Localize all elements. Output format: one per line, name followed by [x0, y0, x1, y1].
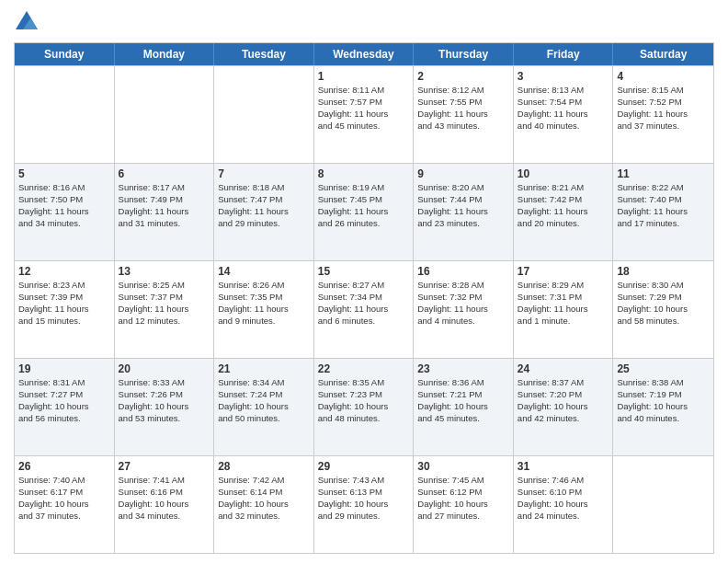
day-info: Sunset: 7:37 PM — [119, 292, 210, 304]
day-info: and 42 minutes. — [518, 413, 609, 425]
day-info: Sunrise: 8:28 AM — [417, 280, 509, 292]
day-info: Sunrise: 8:18 AM — [218, 182, 310, 194]
day-info: Daylight: 11 hours — [318, 206, 410, 218]
day-info: Sunrise: 8:11 AM — [318, 85, 410, 97]
calendar-cell: 5Sunrise: 8:16 AMSunset: 7:50 PMDaylight… — [15, 164, 115, 260]
day-info: and 12 minutes. — [119, 316, 210, 327]
day-info: Daylight: 10 hours — [18, 401, 110, 413]
calendar-cell: 23Sunrise: 8:36 AMSunset: 7:21 PMDayligh… — [414, 359, 514, 455]
day-info: Sunrise: 7:40 AM — [18, 475, 110, 487]
header-cell-friday: Friday — [514, 43, 614, 65]
calendar-cell: 21Sunrise: 8:34 AMSunset: 7:24 PMDayligh… — [214, 359, 314, 455]
calendar-cell: 15Sunrise: 8:27 AMSunset: 7:34 PMDayligh… — [314, 261, 415, 358]
day-info: Sunrise: 8:29 AM — [518, 280, 609, 292]
day-info: Sunrise: 8:17 AM — [119, 182, 210, 194]
day-number: 6 — [119, 167, 210, 181]
day-info: and 31 minutes. — [119, 218, 210, 230]
calendar-cell: 17Sunrise: 8:29 AMSunset: 7:31 PMDayligh… — [514, 261, 614, 358]
day-info: Sunset: 7:45 PM — [318, 194, 410, 206]
day-info: Sunrise: 8:35 AM — [318, 377, 410, 389]
calendar-cell: 3Sunrise: 8:13 AMSunset: 7:54 PMDaylight… — [514, 66, 614, 163]
calendar-cell — [214, 66, 314, 163]
day-number: 24 — [518, 362, 609, 376]
day-info: and 17 minutes. — [617, 218, 710, 230]
calendar-row: 19Sunrise: 8:31 AMSunset: 7:27 PMDayligh… — [15, 358, 713, 455]
calendar-cell: 26Sunrise: 7:40 AMSunset: 6:17 PMDayligh… — [15, 456, 115, 553]
day-info: Sunrise: 8:13 AM — [518, 85, 609, 97]
day-info: Daylight: 10 hours — [518, 499, 609, 511]
calendar-cell: 7Sunrise: 8:18 AMSunset: 7:47 PMDaylight… — [214, 164, 314, 260]
day-info: Daylight: 10 hours — [518, 401, 609, 413]
day-info: Daylight: 11 hours — [318, 109, 410, 121]
day-info: Sunset: 7:23 PM — [318, 389, 410, 401]
header — [14, 9, 714, 35]
day-info: and 15 minutes. — [18, 316, 110, 327]
day-number: 22 — [318, 362, 410, 376]
day-info: Daylight: 11 hours — [119, 206, 210, 218]
calendar-cell: 31Sunrise: 7:46 AMSunset: 6:10 PMDayligh… — [514, 456, 614, 553]
day-info: Sunset: 6:13 PM — [318, 487, 410, 499]
calendar-row: 12Sunrise: 8:23 AMSunset: 7:39 PMDayligh… — [15, 260, 713, 358]
day-info: Daylight: 11 hours — [617, 109, 710, 121]
day-info: and 40 minutes. — [518, 121, 609, 132]
day-info: Sunset: 7:35 PM — [218, 292, 310, 304]
day-info: Sunrise: 8:19 AM — [318, 182, 410, 194]
day-number: 9 — [417, 167, 509, 181]
day-info: Daylight: 11 hours — [518, 109, 609, 121]
day-info: and 34 minutes. — [18, 218, 110, 230]
day-number: 14 — [218, 264, 310, 279]
day-number: 20 — [119, 362, 210, 376]
day-number: 27 — [119, 459, 210, 474]
calendar-cell: 16Sunrise: 8:28 AMSunset: 7:32 PMDayligh… — [414, 261, 514, 358]
day-info: Daylight: 11 hours — [18, 206, 110, 218]
day-info: Sunrise: 8:37 AM — [518, 377, 609, 389]
day-info: Sunrise: 8:36 AM — [417, 377, 509, 389]
day-number: 29 — [318, 459, 410, 474]
day-info: Sunrise: 8:12 AM — [417, 85, 509, 97]
calendar-cell: 2Sunrise: 8:12 AMSunset: 7:55 PMDaylight… — [414, 66, 514, 163]
logo-icon — [14, 9, 40, 35]
calendar-cell: 14Sunrise: 8:26 AMSunset: 7:35 PMDayligh… — [214, 261, 314, 358]
calendar-cell: 29Sunrise: 7:43 AMSunset: 6:13 PMDayligh… — [314, 456, 415, 553]
day-info: Sunrise: 8:27 AM — [318, 280, 410, 292]
day-info: Sunset: 7:57 PM — [318, 97, 410, 109]
day-info: Daylight: 10 hours — [318, 401, 410, 413]
calendar: SundayMondayTuesdayWednesdayThursdayFrid… — [14, 42, 714, 554]
day-number: 21 — [218, 362, 310, 376]
day-info: Sunrise: 8:20 AM — [417, 182, 509, 194]
day-info: and 6 minutes. — [318, 316, 410, 327]
day-number: 7 — [218, 167, 310, 181]
day-info: Daylight: 10 hours — [417, 401, 509, 413]
calendar-header: SundayMondayTuesdayWednesdayThursdayFrid… — [15, 43, 713, 65]
day-info: Sunrise: 8:31 AM — [18, 377, 110, 389]
day-info: Daylight: 10 hours — [119, 499, 210, 511]
calendar-cell: 18Sunrise: 8:30 AMSunset: 7:29 PMDayligh… — [613, 261, 713, 358]
calendar-cell: 4Sunrise: 8:15 AMSunset: 7:52 PMDaylight… — [613, 66, 713, 163]
day-info: Sunrise: 8:30 AM — [617, 280, 710, 292]
day-info: Sunset: 7:32 PM — [417, 292, 509, 304]
day-info: Sunrise: 7:41 AM — [119, 475, 210, 487]
day-info: Sunset: 7:29 PM — [617, 292, 710, 304]
day-number: 16 — [417, 264, 509, 279]
day-info: and 9 minutes. — [218, 316, 310, 327]
calendar-cell: 10Sunrise: 8:21 AMSunset: 7:42 PMDayligh… — [514, 164, 614, 260]
day-info: and 4 minutes. — [417, 316, 509, 327]
day-info: Sunset: 7:31 PM — [518, 292, 609, 304]
day-info: Sunset: 7:50 PM — [18, 194, 110, 206]
day-info: Daylight: 10 hours — [218, 401, 310, 413]
day-info: and 37 minutes. — [617, 121, 710, 132]
day-info: Sunrise: 7:45 AM — [417, 475, 509, 487]
day-info: Daylight: 11 hours — [518, 304, 609, 316]
day-info: Sunrise: 8:23 AM — [18, 280, 110, 292]
day-info: Sunset: 6:16 PM — [119, 487, 210, 499]
day-info: Daylight: 11 hours — [617, 206, 710, 218]
day-info: Sunrise: 7:43 AM — [318, 475, 410, 487]
day-number: 15 — [318, 264, 410, 279]
day-info: and 50 minutes. — [218, 413, 310, 425]
day-info: Daylight: 10 hours — [617, 401, 710, 413]
day-info: Daylight: 11 hours — [417, 109, 509, 121]
calendar-row: 5Sunrise: 8:16 AMSunset: 7:50 PMDaylight… — [15, 163, 713, 260]
day-info: Sunrise: 7:46 AM — [518, 475, 609, 487]
header-cell-tuesday: Tuesday — [214, 43, 314, 65]
calendar-cell — [115, 66, 215, 163]
